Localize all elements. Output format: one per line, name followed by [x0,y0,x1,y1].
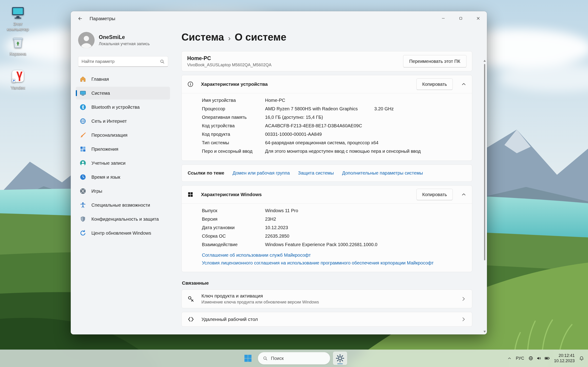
related-section-heading: Связанные [182,280,472,286]
breadcrumb-system[interactable]: Система [182,31,224,43]
back-button[interactable] [73,13,87,24]
sidebar-item-update[interactable]: Центр обновления Windows [76,227,170,240]
spec-label: Оперативная память [202,113,265,122]
user-account[interactable]: OneSmiLe Локальная учетная запись [76,28,170,51]
sidebar-item-bluetooth[interactable]: Bluetooth и устройства [76,101,170,114]
spec-value: 10.12.2023 [265,223,288,232]
tray-status-icons[interactable] [528,356,550,361]
user-name: OneSmiLe [99,34,150,40]
windows-specs-header[interactable]: Характеристики Windows Копировать [182,186,472,203]
desktop-icon-label: Корзина [10,51,26,56]
sidebar-item-personalization[interactable]: Персонализация [76,129,170,142]
notifications-icon[interactable] [579,356,584,361]
rename-pc-button[interactable]: Переименовать этот ПК [403,55,467,67]
desktop-icon-yandex[interactable]: Yandex [3,69,33,90]
home-icon [79,76,86,83]
network-icon [79,118,86,125]
user-account-type: Локальная учетная запись [99,42,150,46]
sidebar-search[interactable] [78,56,168,67]
sidebar-item-privacy[interactable]: Конфиденциальность и защита [76,213,170,225]
tray-chevron-up-icon[interactable] [507,356,512,361]
device-specs-rows: Имя устройстваHome-PCПроцессорAMD Ryzen … [182,93,472,161]
topic-link[interactable]: Защита системы [298,170,334,176]
license-link[interactable]: Соглашение об использовании служб Майкро… [202,251,467,259]
spec-row: ВыпускWindows 11 Pro [202,206,467,215]
page-title: О системе [235,31,286,43]
spec-value: Для этого монитора недоступен ввод с пом… [265,147,421,156]
scrollbar-up-arrow[interactable] [484,60,486,62]
sidebar-item-label: Главная [91,77,109,82]
yandex-icon [10,69,25,83]
spec-value: Windows 11 Pro [265,206,298,215]
sidebar-item-network[interactable]: Сеть и Интернет [76,115,170,127]
clock[interactable]: 20:12:41 10.12.2023 [554,353,575,364]
related-item-subtitle: Изменение ключа продукта или обновление … [201,300,454,305]
sidebar-item-time[interactable]: Время и язык [76,171,170,184]
settings-window: Параметры OneSmiLe Локальная учетная зап… [71,11,487,334]
copy-device-specs-button[interactable]: Копировать [416,78,453,90]
sidebar-item-label: Bluetooth и устройства [91,105,140,110]
apps-icon [79,146,86,152]
window-title: Параметры [90,16,115,21]
sidebar-item-apps[interactable]: Приложения [76,143,170,156]
minimize-button[interactable] [435,11,452,25]
spec-label: Код продукта [202,130,265,139]
maximize-button[interactable] [452,11,469,25]
language-indicator[interactable]: РУС [516,356,524,361]
this-pc-icon [10,5,25,20]
taskbar-center: Поиск [241,350,347,367]
sidebar-item-label: Персонализация [91,133,128,138]
scrollbar-down-arrow[interactable] [484,331,486,333]
sidebar-item-home[interactable]: Главная [76,73,170,85]
desktop-icon-this-pc[interactable]: Этот компьютер [3,5,33,32]
sidebar-item-accessibility[interactable]: Специальные возможности [76,199,170,211]
desktop-icon-recycle-bin[interactable]: Корзина [3,35,33,56]
windows-start-icon [243,354,253,363]
sidebar-item-label: Игры [91,189,102,194]
collapse-windows-specs-icon[interactable] [461,192,467,197]
sidebar-item-accounts[interactable]: Учетные записи [76,157,170,169]
taskbar-search[interactable]: Поиск [258,352,330,365]
settings-app-button[interactable] [333,352,347,365]
sidebar-item-gaming[interactable]: Игры [76,185,170,198]
device-info: Home-PC VivoBook_ASUSLaptop M5602QA_M560… [187,55,271,67]
remote-desktop-icon [187,316,195,323]
scrollbar-thumb[interactable] [484,64,485,260]
close-icon [476,16,481,21]
spec-label: Имя устройства [202,96,265,105]
spec-value: Windows Feature Experience Pack 1000.226… [265,240,377,249]
spec-row: Код устройстваACA4BCFB-F213-4EE8-8E17-D3… [202,122,467,130]
device-model: VivoBook_ASUSLaptop M5602QA_M5602QA [187,63,271,67]
info-icon [187,81,194,87]
scrollbar[interactable] [483,60,486,333]
chevron-right-icon [460,296,467,302]
related-links-card: Ссылки по теме Домен или рабочая группаЗ… [182,165,472,182]
spec-value: 22635.2850 [265,232,289,240]
remote-desktop-card[interactable]: Удаленный рабочий стол [182,312,472,327]
product-key-card[interactable]: Ключ продукта и активация Изменение ключ… [182,290,472,308]
sidebar-nav: ГлавнаяСистемаBluetooth и устройстваСеть… [76,73,170,240]
sidebar-item-system[interactable]: Система [76,87,170,100]
update-icon [79,230,86,236]
spec-row: Оперативная память16,0 ГБ (доступно: 15,… [202,113,467,122]
license-link[interactable]: Условия лицензионного соглашения на испо… [202,259,467,267]
spec-label: Перо и сенсорный ввод [202,147,265,156]
device-specs-title: Характеристики устройства [201,81,416,87]
sidebar-search-input[interactable] [82,59,160,64]
device-specs-card: Характеристики устройства Копировать Имя… [182,75,472,161]
back-icon [78,16,83,21]
key-icon [187,295,195,302]
close-button[interactable] [469,11,487,25]
spec-value: 16,0 ГБ (доступно: 15,4 ГБ) [265,113,323,122]
start-button[interactable] [241,352,255,365]
collapse-device-specs-icon[interactable] [461,81,467,87]
sidebar-item-label: Центр обновления Windows [91,231,151,236]
topic-link[interactable]: Домен или рабочая группа [233,170,290,176]
spec-value: 23H2 [265,215,276,223]
topic-link[interactable]: Дополнительные параметры системы [342,170,423,176]
network-icon [528,356,533,361]
related-item-title: Ключ продукта и активация [201,293,454,299]
copy-windows-specs-button[interactable]: Копировать [416,189,453,200]
settings-scroll-area: Home-PC VivoBook_ASUSLaptop M5602QA_M560… [182,51,472,327]
device-specs-header[interactable]: Характеристики устройства Копировать [182,75,472,93]
